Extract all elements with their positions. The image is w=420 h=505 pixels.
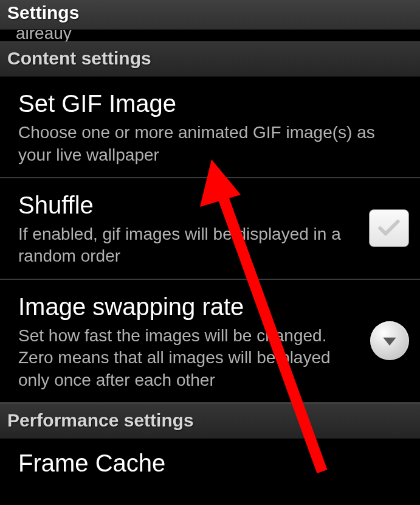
setting-frame-cache[interactable]: Frame Cache: [0, 439, 420, 479]
chevron-down-icon: [380, 331, 399, 350]
partial-scrolled-item: alreauy: [0, 30, 420, 41]
setting-image-swapping-rate[interactable]: Image swapping rate Set how fast the ima…: [0, 280, 420, 403]
item-text-container: Image swapping rate Set how fast the ima…: [18, 291, 370, 391]
partial-text: alreauy: [16, 30, 72, 41]
setting-shuffle[interactable]: Shuffle If enabled, gif images will be d…: [0, 178, 420, 280]
item-text-container: Set GIF Image Choose one or more animate…: [18, 88, 409, 166]
item-summary: Set how fast the images will be changed.…: [18, 325, 360, 391]
item-title: Set GIF Image: [18, 88, 399, 119]
checkbox-widget[interactable]: [369, 209, 409, 247]
page-title: Settings: [7, 2, 413, 23]
item-title: Image swapping rate: [18, 291, 360, 322]
checkmark-icon: [376, 215, 402, 242]
category-content-settings: Content settings: [0, 41, 420, 77]
item-summary: If enabled, gif images will be displayed…: [18, 223, 359, 268]
item-summary: Choose one or more animated GIF image(s)…: [18, 122, 399, 166]
item-title: Shuffle: [18, 189, 359, 221]
category-performance-settings: Performance settings: [0, 403, 420, 439]
item-text-container: Shuffle If enabled, gif images will be d…: [18, 189, 369, 268]
item-title: Frame Cache: [18, 447, 402, 479]
dropdown-button[interactable]: [370, 321, 409, 360]
checkbox-unchecked[interactable]: [369, 209, 409, 247]
dropdown-widget[interactable]: [370, 321, 409, 360]
app-header: Settings: [0, 0, 420, 30]
setting-set-gif-image[interactable]: Set GIF Image Choose one or more animate…: [0, 77, 420, 178]
